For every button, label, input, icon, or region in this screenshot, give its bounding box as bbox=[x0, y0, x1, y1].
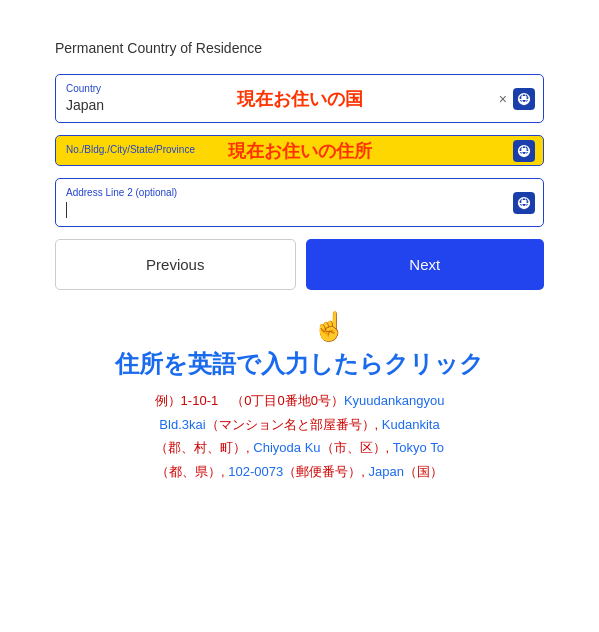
address-line2-value bbox=[66, 201, 67, 217]
example-line-2b: （マンション名と部屋番号） bbox=[206, 417, 375, 432]
example-line-3f: Tokyo To bbox=[393, 440, 444, 455]
example-line-4d: （郵便番号） bbox=[283, 464, 361, 479]
cursor-area: ☝ bbox=[55, 310, 544, 343]
country-icon-svg bbox=[517, 92, 531, 106]
example-line-2a: Bld.3kai bbox=[159, 417, 205, 432]
next-button[interactable]: Next bbox=[306, 239, 545, 290]
country-field[interactable]: Country Japan 現在お住いの国 × bbox=[55, 74, 544, 123]
country-label: Country bbox=[66, 83, 503, 94]
address-field[interactable]: No./Bldg./City/State/Province 現在お住いの住所 bbox=[55, 135, 544, 166]
example-line-4a: （都、県） bbox=[156, 464, 221, 479]
example-line-3a: （郡、村、町） bbox=[155, 440, 246, 455]
country-value: Japan bbox=[66, 97, 104, 113]
example-line-3e: , bbox=[386, 440, 393, 455]
example-line-4g: （国） bbox=[404, 464, 443, 479]
address-line2-field[interactable]: Address Line 2 (optional) bbox=[55, 178, 544, 227]
address-line2-icon-svg bbox=[517, 196, 531, 210]
address-label: No./Bldg./City/State/Province bbox=[66, 144, 503, 155]
example-line-4f: Japan bbox=[369, 464, 404, 479]
buttons-row: Previous Next bbox=[55, 239, 544, 290]
example-line-4e: , bbox=[361, 464, 368, 479]
hand-cursor-icon: ☝ bbox=[312, 310, 347, 343]
example-line-2d: Kudankita bbox=[382, 417, 440, 432]
country-icon[interactable] bbox=[513, 88, 535, 110]
example-line-3d: （市、区） bbox=[321, 440, 386, 455]
example-line-3c: Chiyoda Ku bbox=[253, 440, 320, 455]
example-line-4c: 102-0073 bbox=[228, 464, 283, 479]
example-line-1: 例）1-10-1 （0丁目0番地0号） bbox=[155, 393, 344, 408]
previous-button[interactable]: Previous bbox=[55, 239, 296, 290]
example-block: 例）1-10-1 （0丁目0番地0号）Kyuudankangyou Bld.3k… bbox=[55, 389, 544, 483]
text-cursor bbox=[66, 202, 67, 218]
address-line2-label: Address Line 2 (optional) bbox=[66, 187, 503, 198]
address-line2-icon[interactable] bbox=[513, 192, 535, 214]
example-line-2c: , bbox=[375, 417, 382, 432]
section-title: Permanent Country of Residence bbox=[55, 40, 544, 56]
address-icon[interactable] bbox=[513, 140, 535, 162]
instruction-text: 住所を英語で入力したらクリック bbox=[55, 348, 544, 379]
address-icon-svg bbox=[517, 144, 531, 158]
example-line-1b: Kyuudankangyou bbox=[344, 393, 444, 408]
country-clear-button[interactable]: × bbox=[499, 91, 507, 107]
